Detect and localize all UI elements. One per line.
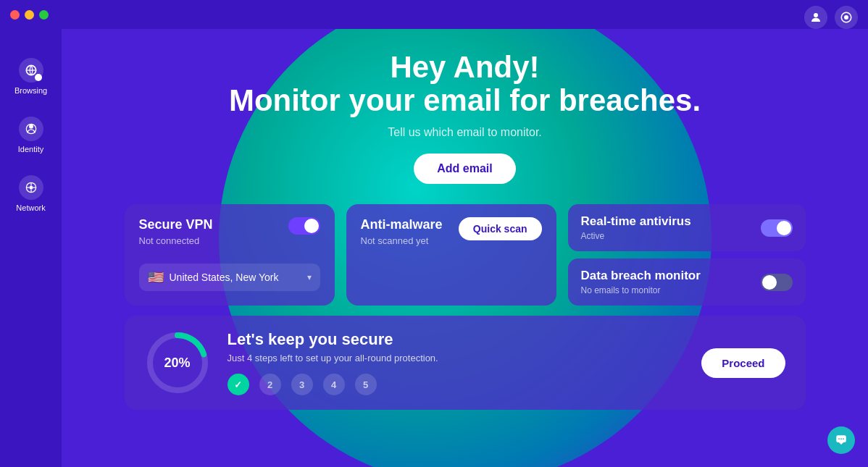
close-button[interactable] <box>10 10 20 20</box>
breach-toggle-knob <box>762 275 777 290</box>
antimalware-title: Anti-malware <box>361 217 443 232</box>
step-1[interactable]: ✓ <box>228 374 249 395</box>
top-right-icons <box>804 6 858 29</box>
minimize-button[interactable] <box>25 10 34 20</box>
antivirus-toggle[interactable] <box>761 219 793 237</box>
title-bar <box>0 0 868 29</box>
vpn-card-header: Secure VPN Not connected <box>139 217 320 256</box>
main-content: Hey Andy! Monitor your email for breache… <box>62 29 868 467</box>
sidebar-identity-label: Identity <box>18 145 43 153</box>
sidebar-network-label: Network <box>16 203 45 212</box>
svg-point-16 <box>843 438 844 439</box>
svg-point-14 <box>838 438 840 439</box>
progress-card: 20% Let's keep you secure Just 4 steps l… <box>125 316 806 410</box>
vpn-toggle[interactable] <box>288 217 320 235</box>
svg-point-0 <box>814 13 818 17</box>
network-icon <box>19 175 43 200</box>
antivirus-status: Active <box>581 231 691 241</box>
step-3[interactable]: 3 <box>291 374 313 395</box>
location-flag: 🇺🇸 <box>148 269 164 285</box>
svg-point-4 <box>29 125 33 129</box>
progress-subtitle: Just 4 steps left to set up your all-rou… <box>228 353 685 363</box>
antimalware-header: Anti-malware Not scanned yet Quick scan <box>361 217 542 256</box>
antivirus-toggle-knob <box>777 221 791 235</box>
breach-status: No emails to monitor <box>581 285 701 295</box>
sidebar-item-browsing[interactable]: Browsing <box>5 51 57 102</box>
chevron-down-icon: ▾ <box>307 272 312 282</box>
antimalware-card: Anti-malware Not scanned yet Quick scan <box>346 204 556 306</box>
add-email-button[interactable]: Add email <box>414 153 515 184</box>
user-profile-icon[interactable] <box>804 6 827 29</box>
step-2[interactable]: 2 <box>259 374 281 395</box>
antivirus-title: Real-time antivirus <box>581 214 691 229</box>
quick-scan-button[interactable]: Quick scan <box>459 217 542 240</box>
location-text: United States, New York <box>170 272 301 283</box>
progress-title: Let's keep you secure <box>228 330 685 349</box>
progress-percent: 20% <box>164 355 190 371</box>
antivirus-card: Real-time antivirus Active <box>568 204 806 251</box>
hero-title-line1: Hey Andy! <box>390 50 539 84</box>
hero-title-line2: Monitor your email for breaches. <box>229 83 701 117</box>
breach-title: Data breach monitor <box>581 269 701 283</box>
vpn-card-status: Not connected <box>139 235 213 246</box>
vpn-card: Secure VPN Not connected 🇺🇸 United State… <box>125 204 335 306</box>
identity-icon <box>19 117 43 141</box>
sidebar-item-network[interactable]: Network <box>5 168 57 219</box>
sidebar: Browsing Identity Network <box>0 29 62 467</box>
notifications-icon[interactable] <box>835 6 858 29</box>
traffic-lights <box>10 10 49 20</box>
breach-toggle[interactable] <box>761 274 793 291</box>
browsing-icon <box>19 58 43 83</box>
maximize-button[interactable] <box>39 10 49 20</box>
cursor-indicator <box>35 74 42 81</box>
proceed-button[interactable]: Proceed <box>701 348 785 378</box>
antimalware-info: Anti-malware Not scanned yet <box>361 217 443 256</box>
cards-row: Secure VPN Not connected 🇺🇸 United State… <box>125 204 806 306</box>
vpn-location-selector[interactable]: 🇺🇸 United States, New York ▾ <box>139 264 320 291</box>
svg-point-7 <box>29 186 33 190</box>
breach-info: Data breach monitor No emails to monitor <box>581 269 701 295</box>
antimalware-status: Not scanned yet <box>361 235 443 246</box>
right-column: Real-time antivirus Active Data breach m… <box>568 204 806 306</box>
breach-card: Data breach monitor No emails to monitor <box>568 258 806 306</box>
hero-title: Hey Andy! Monitor your email for breache… <box>229 51 701 117</box>
support-chat-button[interactable] <box>827 426 855 454</box>
vpn-card-info: Secure VPN Not connected <box>139 217 213 256</box>
hero-subtitle: Tell us which email to monitor. <box>388 126 542 139</box>
vpn-toggle-knob <box>304 219 319 233</box>
step-5[interactable]: 5 <box>355 374 377 395</box>
antivirus-info: Real-time antivirus Active <box>581 214 691 241</box>
sidebar-browsing-label: Browsing <box>14 86 47 95</box>
steps-row: ✓ 2 3 4 5 <box>228 374 685 395</box>
vpn-card-title: Secure VPN <box>139 217 213 232</box>
svg-point-15 <box>840 438 842 439</box>
progress-circle: 20% <box>145 330 210 395</box>
sidebar-item-identity[interactable]: Identity <box>5 109 57 161</box>
svg-point-2 <box>844 15 848 20</box>
step-4[interactable]: 4 <box>323 374 345 395</box>
progress-content: Let's keep you secure Just 4 steps left … <box>228 330 685 395</box>
